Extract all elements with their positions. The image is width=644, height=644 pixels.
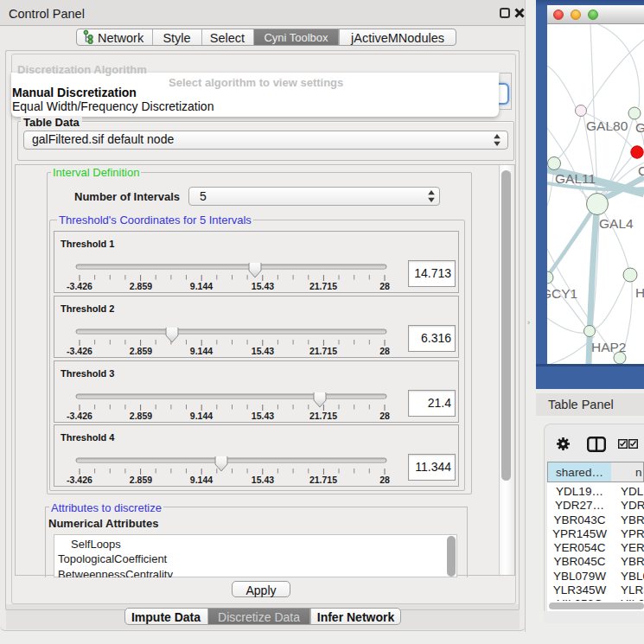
svg-text:GAL11: GAL11 [555,171,596,186]
svg-text:C: C [638,163,644,178]
svg-text:H: H [635,285,644,300]
svg-text:HAP2: HAP2 [591,340,627,354]
svg-text:GAL4: GAL4 [599,216,634,231]
svg-text:GA: GA [635,120,644,135]
svg-text:GCY1: GCY1 [547,286,577,301]
svg-text:GAL80: GAL80 [586,118,628,133]
